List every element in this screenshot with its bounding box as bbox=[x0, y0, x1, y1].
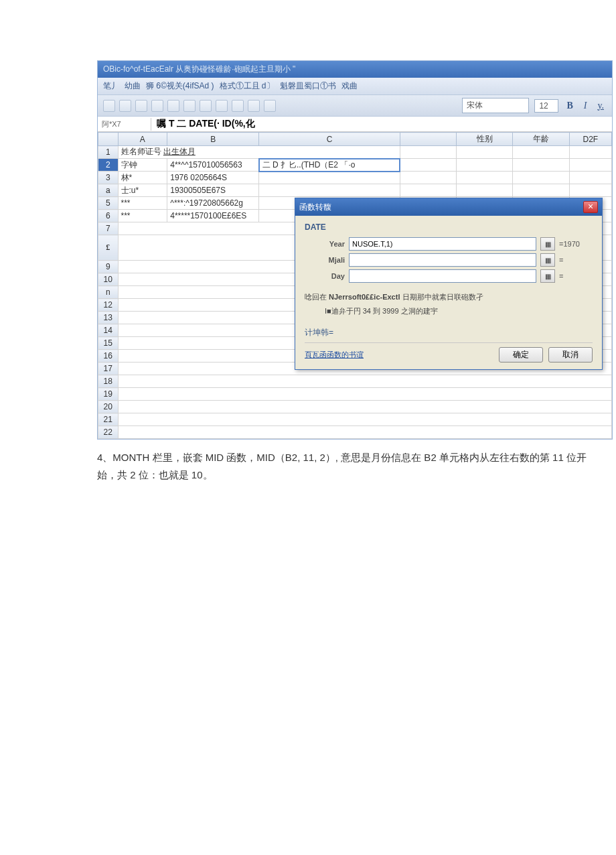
col-header-g[interactable]: D2F bbox=[569, 133, 611, 146]
cell[interactable]: 1976 0205664S bbox=[167, 172, 259, 184]
col-header-e[interactable]: 性别 bbox=[457, 133, 513, 146]
italic-button[interactable]: I bbox=[581, 101, 590, 111]
tool-icons bbox=[103, 100, 276, 112]
month-input[interactable] bbox=[349, 253, 536, 267]
range-picker-icon[interactable]: ▦ bbox=[540, 237, 555, 251]
param-day: Day ▦ = bbox=[305, 269, 593, 283]
header-cells[interactable]: 姓名师证号 出生体月 bbox=[118, 146, 400, 159]
year-input[interactable] bbox=[349, 237, 536, 251]
formula-text[interactable]: 嘱 T 二 DATE(· ID(%,化 bbox=[151, 117, 260, 131]
font-select[interactable]: 宋体 bbox=[462, 98, 529, 113]
menu-item[interactable]: 幼曲 bbox=[125, 80, 141, 92]
cell[interactable]: 字钟 bbox=[118, 159, 167, 172]
menu-item[interactable]: 戏曲 bbox=[341, 80, 358, 92]
bold-button[interactable]: B bbox=[564, 101, 575, 111]
new-icon[interactable] bbox=[103, 100, 115, 112]
close-icon[interactable]: × bbox=[583, 201, 598, 213]
cell[interactable]: 林* bbox=[118, 172, 167, 184]
cell[interactable]: 4**^^157010056563 bbox=[167, 159, 259, 172]
col-header-b[interactable]: B bbox=[167, 133, 259, 146]
caption-line2: 始，共 2 位：也就是 10。 bbox=[97, 466, 616, 484]
table-row: a 士:u* 19300505E67S bbox=[98, 184, 612, 197]
row-head[interactable]: 3 bbox=[98, 172, 119, 184]
redo-icon[interactable] bbox=[232, 100, 244, 112]
table-row: 3 林* 1976 0205664S bbox=[98, 172, 612, 184]
dialog-description: 唸回在 NJerrsoft0££ic-Exctl 日期那中就素日联砲数孑 bbox=[305, 292, 593, 302]
name-box[interactable]: 阿*X7 bbox=[98, 118, 151, 131]
underline-button[interactable]: y. bbox=[595, 101, 607, 111]
row-head[interactable]: 1 bbox=[98, 146, 119, 159]
cell[interactable]: 士:u* bbox=[118, 184, 167, 197]
titlebar: OBic-fo^of-tEacEalr 从奥协碰怪碓龄·砲眠起主旦期小 " bbox=[98, 61, 612, 78]
month-result: = bbox=[559, 256, 593, 264]
undo-icon[interactable] bbox=[216, 100, 228, 112]
corner[interactable] bbox=[98, 133, 119, 146]
year-result: =1970 bbox=[559, 240, 593, 248]
menu-item[interactable]: 格式①工且 d〕 bbox=[220, 80, 275, 92]
function-dialog: 函数转馥 × DATE Year ▦ =1970 Mjali ▦ = Day ▦… bbox=[295, 198, 603, 370]
cell[interactable]: 19300505E67S bbox=[167, 184, 259, 197]
menu-item[interactable]: 魁磐皿蜀口①书 bbox=[280, 80, 336, 92]
ok-button[interactable]: 确定 bbox=[499, 347, 543, 363]
menu-item[interactable]: 狮 6©视关(4ifSAd ) bbox=[146, 80, 214, 92]
editing-cell[interactable]: 二 D 扌匕..(THD（E2 「·o bbox=[259, 159, 400, 172]
help-link[interactable]: 頁瓦函函数的书谊 bbox=[305, 350, 364, 360]
open-icon[interactable] bbox=[119, 100, 131, 112]
row-head[interactable]: a bbox=[98, 184, 119, 197]
col-header-a[interactable]: A bbox=[118, 133, 167, 146]
cell[interactable]: 4*****1570100E£6ES bbox=[167, 210, 259, 222]
sort-icon[interactable] bbox=[248, 100, 260, 112]
day-result: = bbox=[559, 272, 593, 280]
cell[interactable]: ^***:^19720805662g bbox=[167, 197, 259, 210]
formula-bar: 阿*X7 嘱 T 二 DATE(· ID(%,化 bbox=[98, 117, 612, 132]
menu-item[interactable]: 笔丿 bbox=[103, 80, 119, 92]
table-row: 1 姓名师证号 出生体月 bbox=[98, 146, 612, 159]
month-label: Mjali bbox=[305, 256, 345, 264]
range-picker-icon[interactable]: ▦ bbox=[540, 269, 555, 283]
chart-icon[interactable] bbox=[264, 100, 276, 112]
cancel-button[interactable]: 取消 bbox=[548, 347, 593, 363]
print-icon[interactable] bbox=[151, 100, 163, 112]
toolbar: 宋体 12 B I y. bbox=[98, 95, 612, 117]
caption-line1: 4、MONTH 栏里，嵌套 MID 函数，MID（B2, 11, 2）, 意思是… bbox=[97, 449, 616, 466]
day-label: Day bbox=[305, 272, 345, 280]
function-name: DATE bbox=[305, 222, 593, 232]
col-header-d[interactable] bbox=[400, 133, 456, 146]
param-year: Year ▦ =1970 bbox=[305, 237, 593, 251]
table-row: 2 字钟 4**^^157010056563 二 D 扌匕..(THD（E2 「… bbox=[98, 159, 612, 172]
dialog-title: 函数转馥 bbox=[299, 202, 331, 213]
copy-icon[interactable] bbox=[183, 100, 196, 112]
save-icon[interactable] bbox=[135, 100, 147, 112]
param-month: Mjali ▦ = bbox=[305, 253, 593, 267]
dialog-result: 计坤韩= bbox=[305, 327, 593, 338]
row-head[interactable]: 5 bbox=[98, 197, 119, 210]
cell[interactable]: *** bbox=[118, 210, 167, 222]
col-header-f[interactable]: 年龄 bbox=[513, 133, 569, 146]
row-head[interactable]: 6 bbox=[98, 210, 119, 222]
size-select[interactable]: 12 bbox=[534, 99, 558, 113]
paste-icon[interactable] bbox=[200, 100, 212, 112]
range-picker-icon[interactable]: ▦ bbox=[540, 253, 555, 267]
day-input[interactable] bbox=[349, 269, 536, 283]
cell[interactable]: *** bbox=[118, 197, 167, 210]
menubar[interactable]: 笔丿 幼曲 狮 6©视关(4ifSAd ) 格式①工且 d〕 魁磐皿蜀口①书 戏… bbox=[98, 78, 612, 95]
row-head[interactable]: 2 bbox=[98, 159, 119, 172]
dialog-subdesc: I■迪弁于円 34 到 3999 之洞的建宇 bbox=[325, 306, 593, 316]
cut-icon[interactable] bbox=[167, 100, 179, 112]
dialog-titlebar[interactable]: 函数转馥 × bbox=[295, 198, 602, 216]
year-label: Year bbox=[305, 240, 345, 248]
col-header-c[interactable]: C bbox=[259, 133, 400, 146]
title-text: OBic-fo^of-tEacEalr 从奥协碰怪碓龄·砲眠起主旦期小 " bbox=[103, 64, 295, 75]
